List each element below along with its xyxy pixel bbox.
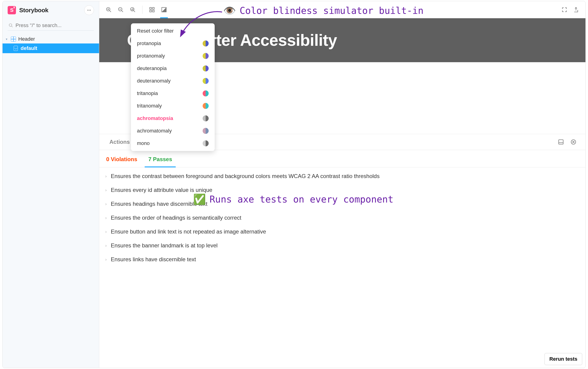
open-external-button[interactable] [571,5,581,15]
vision-menu-label: protanopia [137,41,161,46]
color-swatch-icon [203,115,209,121]
vision-menu-item-mono[interactable]: mono [131,137,215,150]
vision-menu-item-achromatomaly[interactable]: achromatomaly [131,125,215,137]
zoom-out-icon [118,7,124,13]
sidebar-search[interactable] [8,20,94,31]
rerun-tests-button[interactable]: Rerun tests [545,353,582,365]
share-icon [573,7,579,13]
pass-item-label: Ensures the order of headings is semanti… [111,215,241,221]
pass-item[interactable]: ›Ensures links have discernible text [99,253,586,266]
chevron-right-icon: › [105,243,107,248]
sidebar-header: S Storybook [2,1,99,17]
component-icon [11,37,16,42]
vision-menu-item-reset-color-filter[interactable]: Reset color filter [131,25,215,37]
vision-filter-button[interactable] [159,5,169,15]
chevron-right-icon: › [105,174,107,179]
pass-item[interactable]: ›Ensures the contrast between foreground… [99,169,586,183]
svg-point-1 [89,10,89,10]
vision-menu-label: deuteranopia [137,65,166,72]
tree-story-default[interactable]: default [2,43,99,53]
subtab-violations[interactable]: 0 Violations [105,153,138,167]
svg-line-10 [122,10,123,12]
vision-menu-item-achromatopsia[interactable]: achromatopsia [131,112,215,125]
component-label: Header [18,36,35,42]
svg-point-12 [130,7,134,11]
a11y-subtabs: 0 Violations 7 Passes [99,150,586,167]
vision-filter-menu: Reset color filterprotanopiaprotanomalyd… [131,23,215,151]
vision-icon [161,7,167,13]
svg-point-2 [90,10,91,10]
vision-menu-label: tritanomaly [137,103,162,109]
sidebar: S Storybook ▾ Header default [2,1,99,368]
chevron-right-icon: › [105,257,107,262]
vision-menu-label: tritanopia [137,90,158,96]
color-swatch-icon [203,103,209,109]
svg-rect-16 [150,10,152,12]
vision-menu-item-tritanomaly[interactable]: tritanomaly [131,100,215,112]
zoom-in-icon [106,7,112,13]
pass-item[interactable]: ›Ensures the order of headings is semant… [99,211,586,225]
panel-bottom-icon [558,139,564,145]
fullscreen-icon [561,7,567,13]
vision-menu-label: achromatomaly [137,128,172,134]
color-swatch-icon [203,53,209,59]
zoom-reset-button[interactable] [128,5,138,15]
color-swatch-icon [203,140,209,146]
tab-actions[interactable]: Actions [105,134,134,150]
vision-menu-item-deuteranomaly[interactable]: deuteranomaly [131,75,215,87]
pass-item-label: Ensures links have discernible text [111,256,196,263]
svg-rect-19 [559,140,563,144]
svg-point-3 [9,24,12,27]
search-input[interactable] [15,22,93,29]
search-icon [9,23,13,28]
vision-menu-item-protanopia[interactable]: protanopia [131,37,215,50]
app-window: S Storybook ▾ Header default [2,1,586,368]
svg-line-4 [11,26,13,27]
storybook-logo: S [8,6,16,14]
tree-component-header[interactable]: ▾ Header [2,35,99,43]
svg-rect-17 [153,10,154,12]
story-label: default [21,45,37,51]
pass-item[interactable]: ›Ensures the banner landmark is at top l… [99,239,586,253]
pass-item-label: Ensures headings have discernible text [111,201,207,207]
svg-rect-15 [153,7,154,9]
pass-item-label: Ensure button and link text is not repea… [111,228,266,235]
vision-menu-item-protanomaly[interactable]: protanomaly [131,50,215,62]
zoom-out-button[interactable] [116,5,126,15]
chevron-right-icon: › [105,202,107,206]
chevron-right-icon: › [105,215,107,220]
brand-name: Storybook [19,7,48,14]
subtab-passes[interactable]: 7 Passes [147,153,173,167]
zoom-in-button[interactable] [104,5,113,15]
svg-line-13 [134,10,135,12]
addons-panel: Actions Accessibility 0 Violations 7 Pas… [99,134,586,368]
pass-item-label: Ensures the contrast between foreground … [111,173,380,179]
chevron-right-icon: › [105,229,107,234]
bookmark-icon [14,46,18,51]
vision-menu-item-tritanopia[interactable]: tritanopia [131,87,215,100]
fullscreen-button[interactable] [559,5,569,15]
svg-line-6 [109,10,111,12]
pass-item-label: Ensures the banner landmark is at top le… [111,242,218,249]
vision-menu-label: Reset color filter [137,28,174,34]
svg-point-0 [87,10,88,10]
vision-menu-label: deuteranomaly [137,78,171,84]
annotation-top: 👁️ Color blindess simulator built-in [223,5,423,17]
caret-down-icon: ▾ [6,37,9,41]
vision-menu-label: mono [137,140,150,146]
grid-toggle-button[interactable] [147,5,157,15]
color-swatch-icon [203,128,209,134]
chevron-right-icon: › [105,188,107,193]
sidebar-menu-button[interactable] [84,5,94,15]
vision-menu-label: protanomaly [137,53,165,59]
panel-orientation-button[interactable] [557,138,565,146]
pass-item[interactable]: ›Ensure button and link text is not repe… [99,225,586,239]
zoom-reset-icon [130,7,136,13]
color-swatch-icon [203,78,209,84]
panel-close-button[interactable] [569,138,578,146]
toolbar-separator [142,6,143,14]
vision-menu-item-deuteranopia[interactable]: deuteranopia [131,62,215,75]
svg-rect-14 [150,7,152,9]
close-circle-icon [570,139,577,145]
vision-menu-label: achromatopsia [137,115,173,121]
